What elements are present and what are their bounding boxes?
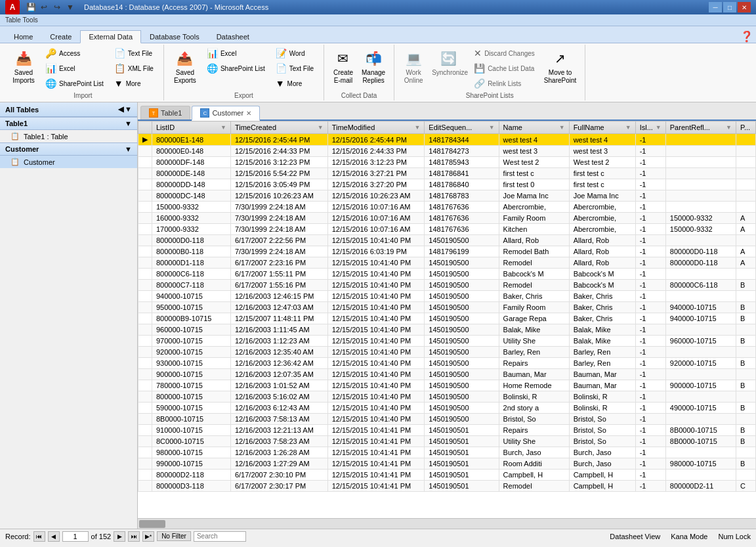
relink-lists-btn[interactable]: 🔗 Relink Lists: [469, 76, 539, 91]
table-cell: -1: [635, 447, 665, 458]
table-row[interactable]: 170000-93327/30/1999 2:24:18 AM12/15/201…: [138, 224, 756, 235]
undo-btn[interactable]: ↩: [38, 1, 50, 13]
sharepoint-import-btn[interactable]: 🌐 SharePoint List: [41, 76, 108, 91]
table-cell: 12/15/2015 10:41:40 PM: [327, 280, 425, 291]
tab-home[interactable]: Home: [5, 30, 41, 43]
col-editseq[interactable]: EditSequen... ▼: [425, 121, 499, 134]
table-row[interactable]: 800000B0-1187/30/1999 2:24:18 AM12/15/20…: [138, 246, 756, 257]
more-import-btn[interactable]: ▼ More: [110, 76, 158, 91]
table-row[interactable]: 150000-93327/30/1999 2:24:18 AM12/15/201…: [138, 202, 756, 213]
save-quick-btn[interactable]: 💾: [25, 1, 37, 13]
table-row[interactable]: 980000-1071512/16/2003 1:26:28 AM12/15/2…: [138, 447, 756, 458]
move-to-sharepoint-btn[interactable]: ↗ Move toSharePoint: [541, 46, 579, 87]
table-row[interactable]: 800000DD-14812/15/2016 3:05:49 PM12/15/2…: [138, 179, 756, 190]
xml-file-btn[interactable]: 📋 XML File: [110, 61, 158, 76]
word-btn[interactable]: 📝 Word: [271, 46, 318, 60]
nav-section-header-customer[interactable]: Customer ▼: [0, 142, 137, 156]
discard-changes-btn[interactable]: ✕ Discard Changes: [469, 46, 539, 60]
col-timecreated[interactable]: TimeCreated ▼: [230, 121, 327, 134]
table-row[interactable]: 8C0000-1071512/16/2003 7:58:23 AM12/15/2…: [138, 436, 756, 447]
table-row[interactable]: 800000DC-14812/15/2016 10:26:23 AM12/15/…: [138, 190, 756, 202]
tab-external-data[interactable]: External Data: [80, 30, 141, 43]
table-row[interactable]: 970000-1071512/16/2003 1:12:23 AM12/15/2…: [138, 336, 756, 347]
excel-export-btn[interactable]: 📊 Excel: [202, 46, 270, 60]
table-row[interactable]: 160000-93327/30/1999 2:24:18 AM12/15/201…: [138, 213, 756, 224]
table-cell: -1: [635, 146, 665, 157]
table-row[interactable]: 900000-1071512/16/2003 12:07:35 AM12/15/…: [138, 369, 756, 380]
redo-btn[interactable]: ↪: [51, 1, 63, 13]
minimize-btn[interactable]: ─: [709, 2, 722, 12]
table-row[interactable]: 800000-1071512/16/2003 5:16:02 AM12/15/2…: [138, 391, 756, 403]
nav-new-btn[interactable]: ▶*: [142, 531, 154, 542]
table-row[interactable]: 800000B9-1071512/15/2007 11:48:11 PM12/1…: [138, 313, 756, 324]
nav-section-header-table1[interactable]: Table1 ▼: [0, 117, 137, 130]
manage-replies-btn[interactable]: 📬 ManageReplies: [358, 46, 388, 87]
table-row[interactable]: 990000-1071512/16/2003 1:27:29 AM12/15/2…: [138, 458, 756, 470]
table-row[interactable]: 800000C6-1186/17/2007 1:55:11 PM12/15/20…: [138, 269, 756, 280]
nav-first-btn[interactable]: ⏮: [33, 531, 45, 542]
synchronize-label: Synchronize: [432, 69, 465, 77]
nav-chevron[interactable]: ◀: [118, 105, 123, 114]
table-row[interactable]: 800000D3-1186/17/2007 2:30:17 PM12/15/20…: [138, 481, 756, 492]
help-icon[interactable]: ❓: [740, 30, 753, 43]
text-file-export-btn[interactable]: 📄 Text File: [271, 61, 318, 76]
nav-item-table1[interactable]: 📋 Table1 : Table: [0, 130, 137, 142]
table-row[interactable]: 910000-1071512/16/2003 12:21:13 AM12/15/…: [138, 425, 756, 436]
table-row[interactable]: 800000DE-14812/15/2016 5:54:22 PM12/15/2…: [138, 168, 756, 179]
table-row[interactable]: 8B0000-1071512/16/2003 7:58:13 AM12/15/2…: [138, 414, 756, 425]
tab-database-tools[interactable]: Database Tools: [141, 30, 208, 43]
col-parentref[interactable]: ParentRefl... ▼: [665, 121, 736, 134]
nav-prev-btn[interactable]: ◀: [48, 531, 60, 542]
table-row[interactable]: 930000-1071512/16/2003 12:36:42 AM12/15/…: [138, 358, 756, 369]
col-extra[interactable]: P...: [736, 121, 756, 134]
tab-table1[interactable]: T Table1: [140, 106, 190, 120]
work-online-btn[interactable]: 💻 WorkOnline: [400, 46, 427, 87]
col-name[interactable]: Name ▼: [499, 121, 569, 134]
search-input[interactable]: [194, 531, 246, 542]
col-isactive[interactable]: Isl... ▼: [635, 121, 665, 134]
nav-dropdown-btn[interactable]: ▼: [125, 105, 132, 114]
maximize-btn[interactable]: □: [723, 2, 736, 12]
table-row[interactable]: 800000D0-1186/17/2007 2:22:56 PM12/15/20…: [138, 235, 756, 246]
close-btn[interactable]: ✕: [738, 2, 751, 12]
customer-tab-close[interactable]: ✕: [246, 110, 251, 117]
table-row[interactable]: 800000E0-14812/15/2016 2:44:33 PM12/15/2…: [138, 146, 756, 157]
create-email-btn[interactable]: ✉ CreateE-mail: [329, 46, 357, 87]
table-row[interactable]: 920000-1071512/16/2003 12:35:40 AM12/15/…: [138, 347, 756, 358]
excel-import-btn[interactable]: 📊 Excel: [41, 61, 108, 76]
table-cell: Kitchen: [499, 224, 569, 235]
table-row[interactable]: 950000-1071512/16/2003 12:47:03 AM12/15/…: [138, 302, 756, 313]
access-btn[interactable]: 🔑 Access: [41, 46, 108, 60]
tab-create[interactable]: Create: [41, 30, 80, 43]
nav-item-customer[interactable]: 📋 Customer: [0, 156, 137, 168]
table-cell: Burch, Jaso: [569, 447, 635, 458]
cache-list-data-btn[interactable]: 💾 Cache List Data: [469, 61, 539, 76]
nav-last-btn[interactable]: ⏭: [128, 531, 140, 542]
table-row[interactable]: 800000D2-1186/17/2007 2:30:10 PM12/15/20…: [138, 470, 756, 481]
horizontal-scrollbar[interactable]: [138, 518, 756, 529]
saved-imports-btn[interactable]: 📥 SavedImports: [8, 46, 39, 87]
table-row[interactable]: 940000-1071512/16/2003 12:46:15 PM12/15/…: [138, 291, 756, 302]
col-listid[interactable]: ListID ▼: [152, 121, 231, 134]
tab-datasheet[interactable]: Datasheet: [208, 30, 258, 43]
table-row[interactable]: 800000DF-14812/15/2016 3:12:23 PM12/15/2…: [138, 157, 756, 168]
quick-access-dropdown[interactable]: ▼: [64, 1, 76, 13]
header-selector[interactable]: [138, 121, 152, 134]
col-fullname[interactable]: FullName ▼: [569, 121, 635, 134]
saved-exports-btn[interactable]: 📤 SavedExports: [169, 46, 201, 87]
text-file-import-btn[interactable]: 📄 Text File: [110, 46, 158, 60]
table-row[interactable]: ▶800000E1-14812/15/2016 2:45:44 PM12/15/…: [138, 134, 756, 146]
table-row[interactable]: 960000-1071512/16/2003 1:11:45 AM12/15/2…: [138, 324, 756, 336]
more-export-btn[interactable]: ▼ More: [271, 76, 318, 91]
table-row[interactable]: 800000C7-1186/17/2007 1:55:16 PM12/15/20…: [138, 280, 756, 291]
table-row[interactable]: 590000-1071512/16/2003 6:12:43 AM12/15/2…: [138, 403, 756, 414]
sharepoint-export-btn[interactable]: 🌐 SharePoint List: [202, 61, 270, 76]
record-number-input[interactable]: [62, 531, 89, 542]
synchronize-btn[interactable]: 🔄 Synchronize: [429, 46, 468, 79]
tab-customer[interactable]: C Customer ✕: [192, 106, 260, 121]
nav-next-btn[interactable]: ▶: [114, 531, 125, 542]
col-timemodified[interactable]: TimeModified ▼: [327, 121, 425, 134]
table-row[interactable]: 780000-1071512/16/2003 1:01:52 AM12/15/2…: [138, 380, 756, 391]
no-filter-btn[interactable]: No Filter: [157, 531, 191, 541]
table-row[interactable]: 800000D1-1186/17/2007 2:23:16 PM12/15/20…: [138, 257, 756, 269]
